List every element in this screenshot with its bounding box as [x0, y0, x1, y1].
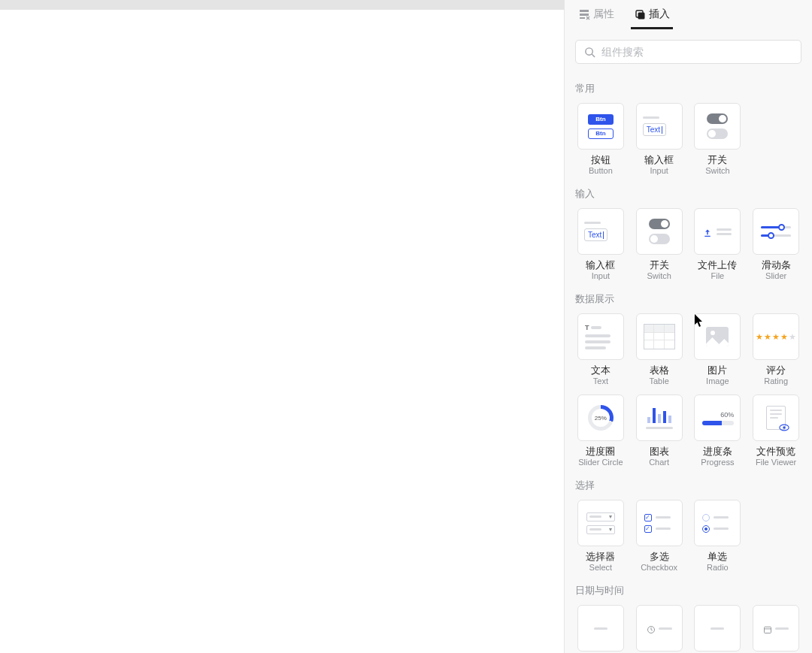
section-select-title: 选择: [575, 479, 801, 492]
palette-item-sublabel: Progress: [701, 458, 734, 468]
text-icon: T: [577, 313, 624, 360]
palette-item-chart[interactable]: 图表 Chart: [634, 395, 685, 468]
palette-item-sublabel: Input: [644, 166, 674, 177]
palette-item-rating[interactable]: ★★★★★ 评分 Rating: [750, 313, 801, 387]
palette-item-label: 开关: [705, 154, 729, 166]
switch-icon: [636, 208, 683, 255]
palette-item-label: 滑动条: [762, 259, 791, 271]
component-palette: 常用 Btn Btn 按钮 Button Text: [565, 68, 812, 653]
palette-item-label: 输入框: [644, 154, 674, 166]
svg-line-3: [592, 54, 595, 57]
input-icon: Text: [636, 103, 683, 150]
table-icon: [636, 313, 683, 360]
section-datetime-grid: [575, 605, 801, 651]
tab-insert[interactable]: 插入: [631, 5, 673, 29]
palette-item-sublabel: Checkbox: [641, 563, 677, 573]
switch-icon: [694, 103, 741, 150]
palette-item-label: 评分: [764, 364, 788, 376]
palette-item-radio[interactable]: 单选 Radio: [692, 500, 744, 573]
section-data-title: 数据展示: [575, 292, 801, 306]
palette-item-sublabel: Slider Circle: [578, 458, 623, 468]
calendar-icon: [753, 605, 799, 651]
palette-item-switch-2[interactable]: 开关 Switch: [634, 208, 685, 282]
tab-properties-label: 属性: [593, 8, 614, 21]
palette-item-label: 选择器: [586, 551, 615, 563]
eye-icon: [779, 422, 789, 433]
right-panel: 属性 插入 常用 Btn: [565, 0, 812, 653]
component-search[interactable]: [575, 40, 801, 64]
tab-properties[interactable]: 属性: [575, 5, 617, 29]
svg-point-2: [585, 47, 592, 54]
button-icon: Btn Btn: [577, 103, 624, 150]
radio-icon: [694, 500, 741, 546]
palette-item-label: 开关: [647, 259, 671, 271]
palette-item-label: 图表: [649, 446, 669, 458]
palette-item-sublabel: Input: [586, 271, 615, 282]
canvas[interactable]: [0, 10, 564, 653]
palette-item-sublabel: Text: [591, 376, 611, 387]
palette-item-sublabel: Switch: [647, 271, 671, 282]
palette-item-slider-circle[interactable]: 25% 进度圈 Slider Circle: [575, 395, 626, 468]
rating-icon: ★★★★★: [753, 313, 799, 360]
clock-icon: [636, 605, 683, 651]
palette-item-image[interactable]: 图片 Image: [692, 313, 744, 387]
palette-item-label: 表格: [649, 364, 668, 376]
palette-item-label: 图片: [706, 364, 729, 376]
palette-item-file-viewer[interactable]: 文件预览 File Viewer: [750, 395, 801, 468]
palette-item-switch[interactable]: 开关 Switch: [692, 103, 744, 177]
palette-item-sublabel: Button: [589, 166, 613, 177]
section-input-grid: Text 输入框 Input 开关 Switch: [575, 208, 801, 282]
date-icon: [694, 605, 741, 651]
component-search-input[interactable]: [601, 46, 793, 58]
palette-item-table[interactable]: 表格 Table: [634, 313, 685, 387]
palette-item-text[interactable]: T 文本 Text: [575, 313, 626, 387]
stack-plus-icon: [634, 8, 646, 20]
palette-item-datetime-3[interactable]: [692, 605, 744, 651]
tab-insert-label: 插入: [649, 8, 670, 21]
svg-rect-7: [765, 627, 771, 633]
palette-item-slider[interactable]: 滑动条 Slider: [750, 208, 801, 282]
palette-item-sublabel: File Viewer: [756, 458, 796, 468]
palette-item-button[interactable]: Btn Btn 按钮 Button: [575, 103, 626, 177]
section-input-title: 输入: [575, 187, 801, 201]
palette-item-label: 文件预览: [756, 446, 796, 458]
palette-item-sublabel: Select: [586, 563, 615, 573]
palette-item-label: 进度圈: [578, 446, 623, 458]
section-common-title: 常用: [575, 82, 801, 95]
palette-item-label: 单选: [707, 551, 729, 563]
palette-item-datetime-1[interactable]: [575, 605, 626, 651]
palette-item-checkbox[interactable]: ✓ ✓ 多选 Checkbox: [634, 500, 685, 573]
palette-item-label: 输入框: [586, 259, 615, 271]
upload-icon: [694, 208, 741, 255]
palette-item-input[interactable]: Text 输入框 Input: [634, 103, 685, 177]
search-icon: [583, 46, 595, 58]
palette-item-progress[interactable]: 60% 进度条 Progress: [692, 395, 744, 468]
section-datetime-title: 日期与时间: [575, 584, 801, 597]
palette-item-datetime-2[interactable]: [634, 605, 685, 651]
palette-item-input-2[interactable]: Text 输入框 Input: [575, 208, 626, 282]
input-icon: Text: [577, 208, 624, 255]
slider-icon: [753, 208, 799, 255]
image-icon: [694, 313, 741, 360]
app-root: 属性 插入 常用 Btn: [0, 0, 812, 653]
checkbox-icon: ✓ ✓: [636, 500, 683, 546]
panel-tabs: 属性 插入: [565, 0, 812, 29]
palette-item-sublabel: Table: [649, 376, 668, 387]
date-icon: [577, 605, 624, 651]
palette-item-label: 文件上传: [698, 259, 737, 271]
progress-bar-icon: 60%: [694, 395, 741, 441]
palette-item-file[interactable]: 文件上传 File: [692, 208, 744, 282]
select-icon: ▾ ▾: [577, 500, 624, 546]
progress-circle-icon: 25%: [577, 395, 624, 441]
palette-item-sublabel: Slider: [762, 271, 791, 282]
palette-item-datetime-4[interactable]: [750, 605, 801, 651]
palette-item-sublabel: Chart: [649, 458, 669, 468]
palette-item-sublabel: File: [698, 271, 737, 282]
palette-item-sublabel: Rating: [764, 376, 788, 387]
palette-item-label: 多选: [641, 551, 677, 563]
palette-item-sublabel: Switch: [705, 166, 729, 177]
svg-rect-1: [638, 13, 645, 20]
palette-item-label: 按钮: [589, 154, 613, 166]
palette-item-sublabel: Image: [706, 376, 729, 387]
palette-item-select[interactable]: ▾ ▾ 选择器 Select: [575, 500, 626, 573]
